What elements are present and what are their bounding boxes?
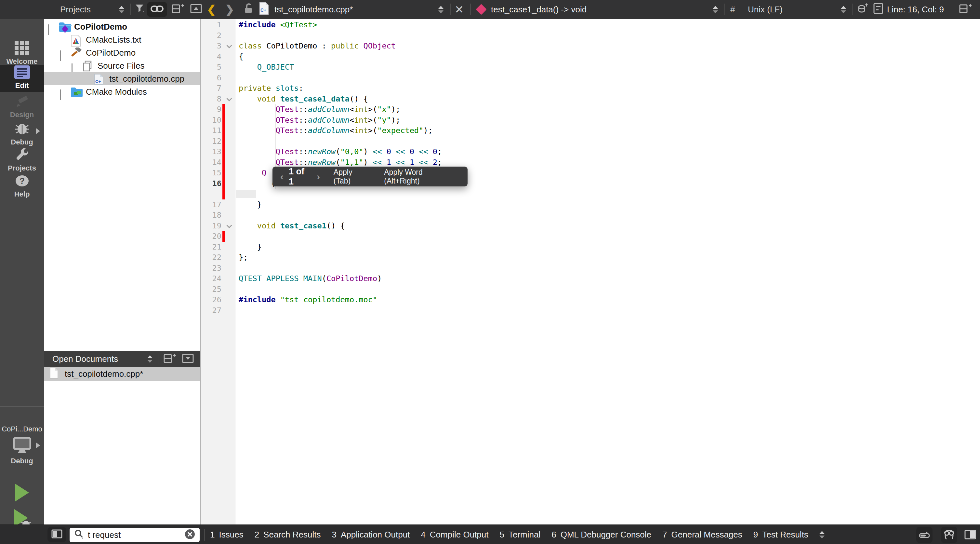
close-pane-button[interactable]	[190, 0, 203, 19]
mode-button-welcome[interactable]: Welcome	[0, 41, 44, 68]
clear-search-icon[interactable]	[184, 528, 196, 541]
apply-word-button[interactable]: Apply Word (Alt+Right)	[384, 168, 460, 185]
kit-target-selector[interactable]: Debug	[0, 436, 44, 469]
symbol-spinner[interactable]	[713, 0, 718, 19]
tree-item-tst-copilotdemo-cpp[interactable]: C+tst_copilotdemo.cpp	[44, 72, 200, 85]
projects-pane-spinner[interactable]	[119, 0, 124, 19]
updown-arrows-icon	[841, 6, 846, 13]
filter-button[interactable]	[135, 0, 146, 19]
indent-guide	[257, 51, 257, 252]
code-line-14: QTest::newRow("1,1") << 1 << 1 << 2;	[239, 157, 442, 168]
open-documents-title: Open Documents	[52, 354, 118, 364]
encoding-selector[interactable]: Unix (LF)	[748, 0, 783, 19]
close-document-button[interactable]: ✕	[455, 0, 464, 19]
projects-pane-selector[interactable]: Projects	[60, 0, 91, 19]
text-info-button[interactable]	[873, 0, 884, 19]
mode-button-debug[interactable]: Debug	[0, 122, 44, 148]
tree-item-label: CoPilotDemo	[86, 48, 135, 58]
split-panel-button[interactable]	[164, 353, 177, 365]
folder-mod-icon	[70, 86, 83, 100]
split-pane-button[interactable]	[172, 0, 185, 19]
file-properties-button[interactable]	[857, 0, 869, 19]
line-number: 16	[200, 178, 221, 189]
chevron-right-icon: ❯	[225, 3, 234, 16]
code-line-7: private slots:	[239, 83, 303, 94]
search-icon	[73, 529, 84, 541]
encoding-spinner[interactable]	[841, 0, 846, 19]
copilot-suggestion-toolbar: ‹ 1 of 1 › Apply (Tab) Apply Word (Alt+R…	[272, 167, 468, 187]
tree-item-cmakelists-txt[interactable]: CMakeLists.txt	[44, 33, 200, 46]
suggestion-prev-button[interactable]: ‹	[280, 171, 283, 182]
output-pane-issues[interactable]: 1Issues	[210, 530, 243, 540]
svg-text:?: ?	[19, 176, 25, 186]
output-pane-application-output[interactable]: 3Application Output	[332, 530, 410, 540]
copilot-button[interactable]	[941, 527, 957, 543]
output-pane-general-messages[interactable]: 7General Messages	[662, 530, 742, 540]
tree-item-cmake-modules[interactable]: CMake Modules	[44, 85, 200, 98]
build-progress-toggle-button[interactable]	[916, 527, 932, 543]
panel-splitter[interactable]	[200, 19, 200, 525]
mode-button-edit[interactable]: Edit	[0, 65, 44, 92]
statusbar-separator	[204, 529, 205, 541]
modified-line-marker	[223, 168, 225, 178]
line-number: 26	[200, 294, 221, 305]
output-pane-terminal[interactable]: 5Terminal	[500, 530, 540, 540]
document-selector[interactable]: C+ tst_copilotdemo.cpp*	[259, 0, 353, 19]
close-icon: ✕	[455, 3, 464, 16]
output-pane-search-results[interactable]: 2Search Results	[255, 530, 321, 540]
line-number: 20	[200, 231, 221, 242]
panes-updown-arrows-icon[interactable]	[819, 531, 824, 538]
kit-target-label: Debug	[0, 457, 44, 465]
tree-item-copilotdemo[interactable]: CoPilotDemo	[44, 20, 200, 33]
collapse-chevron-icon[interactable]	[60, 89, 64, 94]
run-button[interactable]	[0, 481, 44, 506]
pane-number: 9	[753, 530, 758, 540]
split-editor-button[interactable]	[959, 0, 972, 19]
tree-item-copilotdemo[interactable]: CoPilotDemo	[44, 46, 200, 59]
line-number: 12	[200, 136, 221, 147]
updown-arrows-icon[interactable]	[147, 355, 153, 363]
expand-chevron-icon[interactable]	[72, 64, 76, 68]
tree-item-label: CMakeLists.txt	[86, 35, 142, 45]
document-spinner[interactable]	[438, 0, 444, 19]
expand-chevron-icon[interactable]	[60, 50, 64, 55]
copilot-goggles-icon	[943, 528, 955, 541]
tree-item-source-files[interactable]: Source Files	[44, 59, 200, 72]
line-number: 13	[200, 147, 221, 157]
chevron-left-icon: ❮	[207, 3, 216, 16]
file-lock-indicator[interactable]	[243, 0, 254, 19]
line-number: 21	[200, 242, 221, 252]
go-forward-button[interactable]: ❯	[225, 0, 234, 19]
folder-gear-icon	[59, 21, 72, 35]
search-input-value[interactable]: t request	[88, 530, 184, 540]
toggle-right-sidebar-button[interactable]	[964, 530, 976, 541]
pane-number: 7	[662, 530, 667, 540]
code-line-22: };	[239, 252, 248, 263]
go-back-button[interactable]: ❮	[207, 0, 216, 19]
mode-label: Help	[0, 190, 44, 198]
updown-arrows-icon	[438, 6, 444, 13]
cursor-position[interactable]: Line: 16, Col: 9	[887, 0, 944, 19]
updown-arrows-icon	[119, 6, 124, 13]
kit-selector-label[interactable]: CoPi...Demo	[0, 425, 44, 433]
code-line-11: QTest::addColumn<int>("expected");	[239, 125, 433, 136]
open-document-item[interactable]: tst_copilotdemo.cpp*	[44, 367, 200, 381]
toolbar-separator	[852, 3, 853, 15]
locator-search-box[interactable]: t request	[70, 528, 200, 542]
mode-button-projects[interactable]: Projects	[0, 148, 44, 174]
output-pane-compile-output[interactable]: 4Compile Output	[421, 530, 488, 540]
toggle-left-sidebar-button[interactable]	[48, 527, 66, 542]
symbol-selector[interactable]: test_case1_data() -> void	[477, 0, 587, 19]
line-number-toggle[interactable]: #	[730, 0, 735, 19]
mode-button-help[interactable]: ?Help	[0, 174, 44, 200]
apply-button[interactable]: Apply (Tab)	[334, 168, 371, 185]
toolbar-separator	[470, 3, 471, 15]
close-panel-button[interactable]	[182, 353, 195, 365]
line-number: 3	[200, 41, 221, 51]
link-with-editor-button[interactable]	[147, 2, 167, 17]
expand-chevron-icon[interactable]	[48, 24, 52, 29]
suggestion-next-button[interactable]: ›	[317, 171, 320, 182]
code-editor[interactable]: 1#include <QtTest>23class CoPilotDemo : …	[200, 19, 980, 525]
output-pane-qml-debugger-console[interactable]: 6QML Debugger Console	[552, 530, 651, 540]
output-pane-test-results[interactable]: 9Test Results	[753, 530, 808, 540]
